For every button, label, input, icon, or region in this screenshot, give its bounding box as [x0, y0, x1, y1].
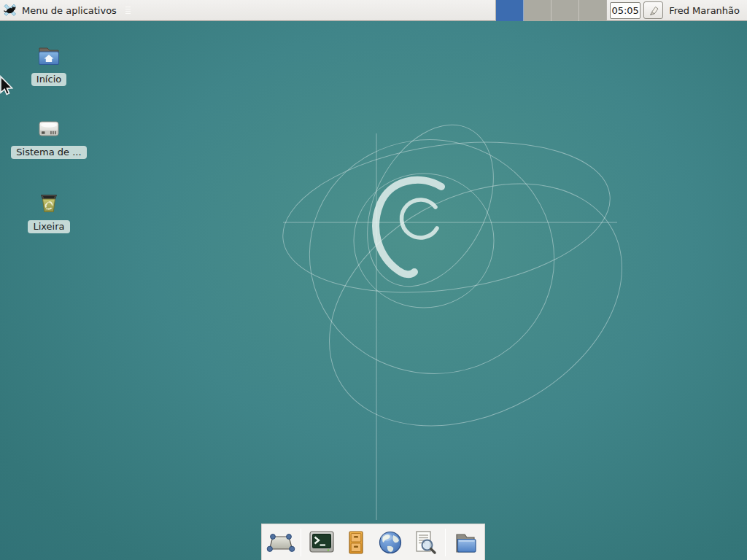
mouse-cursor	[0, 75, 16, 97]
desktop-icon-trash[interactable]: Lixeira	[9, 190, 89, 233]
dock-separator	[445, 529, 446, 556]
application-finder-button[interactable]	[410, 527, 439, 558]
terminal-button[interactable]	[306, 527, 336, 558]
terminal-icon	[307, 528, 336, 557]
web-browser-button[interactable]	[376, 527, 405, 558]
globe-icon	[376, 528, 405, 557]
file-cabinet-icon	[341, 528, 371, 557]
stylus-icon	[647, 4, 660, 17]
show-desktop-icon	[266, 528, 295, 557]
workspace-switcher	[495, 0, 607, 21]
dock-panel	[261, 524, 485, 560]
home-folder-icon	[36, 42, 62, 69]
user-action-button[interactable]	[643, 1, 663, 19]
desktop-icon-label: Sistema de ...	[11, 146, 86, 159]
desktop-screen: Menu de aplicativos 05:05 Fred Maranhão	[0, 0, 747, 560]
desktop-icon-home[interactable]: Início	[9, 42, 89, 86]
applications-menu-label: Menu de aplicativos	[22, 5, 117, 16]
wallpaper-debian-lines	[0, 0, 747, 560]
file-cabinet-button[interactable]	[341, 527, 371, 558]
desktop-icon-filesystem[interactable]: Sistema de ...	[9, 115, 89, 159]
workspace-4[interactable]	[579, 0, 607, 21]
clock[interactable]: 05:05	[610, 2, 640, 19]
desktop-icon-label: Lixeira	[28, 220, 69, 233]
workspace-3[interactable]	[551, 0, 579, 21]
trash-icon	[36, 190, 62, 216]
applications-menu-button[interactable]: Menu de aplicativos	[0, 0, 121, 20]
search-document-icon	[410, 528, 439, 557]
workspace-1[interactable]	[496, 0, 524, 21]
desktop-icon-label: Início	[31, 73, 66, 86]
xfce-menu-icon	[3, 3, 18, 18]
folder-icon	[451, 528, 480, 557]
show-desktop-button[interactable]	[266, 527, 295, 558]
workspace-2[interactable]	[524, 0, 551, 21]
debian-swirl	[376, 180, 441, 274]
dock-separator	[301, 529, 301, 556]
file-manager-button[interactable]	[451, 527, 480, 558]
filesystem-drive-icon	[36, 115, 62, 141]
panel-grip-handle[interactable]	[121, 7, 135, 14]
username-label[interactable]: Fred Maranhão	[669, 5, 740, 16]
top-panel: Menu de aplicativos 05:05 Fred Maranhão	[0, 0, 747, 21]
